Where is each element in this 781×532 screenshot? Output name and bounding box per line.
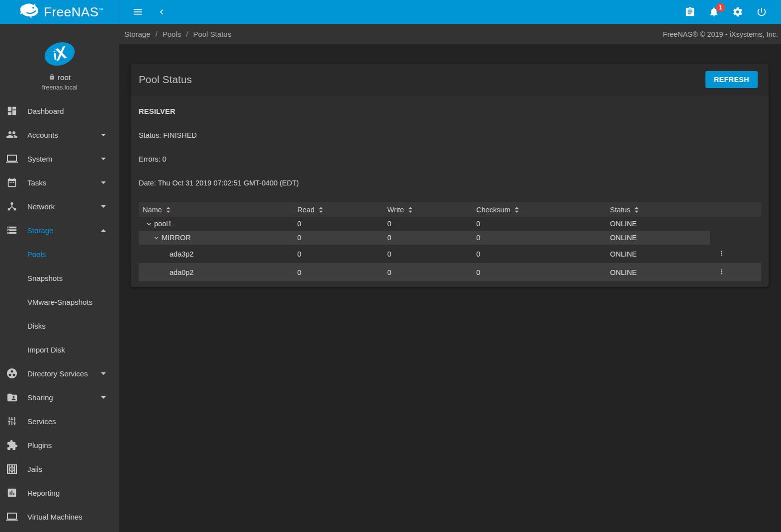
sidebar-item-accounts[interactable]: Accounts [0,123,119,147]
sidebar-item-directory-services[interactable]: Directory Services [0,361,119,385]
gear-icon [732,6,743,17]
sidebar-item-plugins[interactable]: Plugins [0,433,119,457]
status-cell: ONLINE [610,220,706,228]
name-cell: pool1 [139,220,297,228]
people-icon [6,129,18,141]
column-header-name[interactable]: Name [139,206,297,214]
sidebar-item-label: Jails [27,465,42,473]
sidebar-item-dashboard[interactable]: Dashboard [0,99,119,123]
sidebar-item-vmware-snapshots[interactable]: VMware-Snapshots [0,290,119,314]
collapse-back-button[interactable] [156,6,168,18]
sidebar-item-label: Network [27,202,55,211]
sidebar-item-services[interactable]: Services [0,409,119,433]
sidebar-item-label: Sharing [27,393,53,402]
settings-button[interactable] [732,6,744,18]
sidebar-item-label: Pools [27,250,46,259]
sidebar-menu: DashboardAccountsSystemTasksNetworkStora… [0,99,119,529]
sidebar-item-label: Plugins [27,441,52,449]
sidebar-item-disks[interactable]: Disks [0,314,119,338]
notification-badge: 1 [716,3,725,12]
status-cell: ONLINE [610,268,706,276]
freenas-shark-icon [17,2,40,21]
sidebar-item-sharing[interactable]: Sharing [0,385,119,409]
topbar: FreeNAS™ 1 [0,0,781,24]
calendar-icon [6,177,18,188]
column-header-read[interactable]: Read [297,206,387,214]
lock-icon [49,73,55,82]
card-header: Pool Status REFRESH [131,64,769,95]
expand-chevron-icon[interactable] [145,220,153,228]
row-actions-button[interactable] [716,266,727,279]
breadcrumb-separator: / [156,30,158,38]
column-header-write[interactable]: Write [387,206,476,214]
card-body: RESILVER Status: FINISHED Errors: 0 Date… [131,95,769,287]
hostname: freenas.local [0,84,119,91]
sidebar-item-virtual-machines[interactable]: Virtual Machines [0,505,119,529]
table-row-mirror: MIRROR000ONLINE [139,231,761,245]
page-title: Pool Status [139,74,192,86]
tune-icon [6,415,18,427]
sidebar-item-storage[interactable]: Storage [0,218,119,242]
table-row-ada3p2: ada3p2000ONLINE [139,245,761,263]
sidebar-item-network[interactable]: Network [0,194,119,218]
name-cell: MIRROR [139,234,297,242]
notifications-button[interactable]: 1 [708,6,720,18]
groupwork-icon [6,367,18,379]
dashboard-icon [6,105,18,117]
read-cell: 0 [297,268,387,276]
sidebar-item-system[interactable]: System [0,147,119,171]
expand-chevron-icon[interactable] [153,234,160,242]
resilver-heading: RESILVER [139,107,761,116]
read-cell: 0 [297,250,387,258]
breadcrumb-bar: Storage/Pools/Pool Status FreeNAS® © 201… [119,24,781,44]
chevron-down-icon [101,372,106,375]
pool-status-card: Pool Status REFRESH RESILVER Status: FIN… [131,64,769,287]
column-header-status[interactable]: Status [610,206,706,214]
checksum-cell: 0 [476,234,610,242]
sidebar-item-jails[interactable]: Jails [0,457,119,481]
sidebar-item-label: Storage [27,226,54,235]
sidenav-toggle-button[interactable] [132,6,144,18]
puzzle-icon [6,439,18,451]
chevron-down-icon [101,158,106,160]
power-icon [756,6,767,17]
actions-cell [706,266,761,279]
task-manager-button[interactable] [684,6,696,18]
sort-icon [408,207,413,213]
laptop-icon [6,511,18,523]
sidebar-item-label: Accounts [27,131,58,139]
sidebar-item-reporting[interactable]: Reporting [0,481,119,505]
chevron-down-icon [101,134,106,136]
checksum-cell: 0 [476,220,610,228]
column-label: Status [610,206,630,214]
sort-icon [515,207,519,213]
main-area: Storage/Pools/Pool Status FreeNAS® © 201… [119,24,781,532]
device-name: ada3p2 [170,250,193,258]
table-row-ada0p2: ada0p2000ONLINE [139,263,761,281]
sidebar-item-import-disk[interactable]: Import Disk [0,338,119,361]
refresh-button[interactable]: REFRESH [705,71,758,88]
sidebar-item-tasks[interactable]: Tasks [0,171,119,194]
sidebar-item-pools[interactable]: Pools [0,242,119,266]
write-cell: 0 [387,220,476,228]
actions-cell [706,248,761,261]
row-actions-button[interactable] [716,248,727,261]
column-label: Checksum [476,206,511,214]
power-button[interactable] [756,6,768,18]
breadcrumb-item-pools[interactable]: Pools [163,30,181,38]
name-cell: ada3p2 [139,250,297,258]
breadcrumb-item-storage[interactable]: Storage [124,30,151,38]
sidebar-item-label: Import Disk [27,346,65,354]
column-header-checksum[interactable]: Checksum [476,206,610,214]
read-cell: 0 [297,234,387,242]
freenas-logo[interactable]: FreeNAS™ [0,0,119,24]
sidebar-item-label: Tasks [27,178,46,187]
chevron-down-icon [101,181,106,184]
sidebar-item-snapshots[interactable]: Snapshots [0,266,119,290]
sidebar: iX root freenas.local DashboardAccountsS… [0,24,119,532]
status-cell: ONLINE [610,250,706,258]
freenas-logo-text: FreeNAS™ [44,4,103,20]
chevron-up-icon [101,229,106,232]
pool-status-table: NameReadWriteChecksumStatuspool1000ONLIN… [139,202,761,281]
sort-icon [319,207,323,213]
